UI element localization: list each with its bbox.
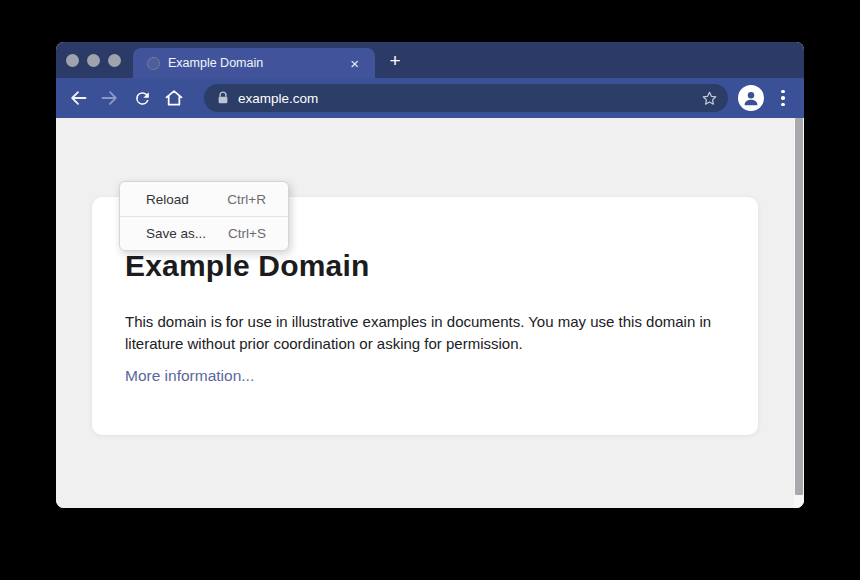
menu-item-label: Reload: [146, 192, 189, 207]
bookmark-star-icon[interactable]: [698, 87, 720, 109]
home-icon[interactable]: [162, 86, 186, 110]
scrollbar-thumb[interactable]: [795, 118, 803, 495]
menu-item-shortcut: Ctrl+S: [228, 226, 266, 241]
browser-window: Example Domain × + example.com: [56, 42, 804, 508]
window-close-button[interactable]: [66, 54, 79, 67]
reload-icon[interactable]: [130, 86, 154, 110]
window-minimize-button[interactable]: [87, 54, 100, 67]
url-text[interactable]: example.com: [238, 91, 698, 106]
menu-item-reload[interactable]: Reload Ctrl+R: [120, 182, 288, 216]
titlebar: Example Domain × +: [56, 42, 804, 78]
scrollbar-track[interactable]: [794, 118, 804, 508]
page-content: Example Domain This domain is for use in…: [56, 118, 804, 508]
profile-avatar[interactable]: [738, 85, 764, 111]
menu-item-save-as[interactable]: Save as... Ctrl+S: [120, 216, 288, 250]
page-paragraph: This domain is for use in illustrative e…: [125, 311, 729, 354]
window-controls: [66, 42, 121, 78]
context-menu: Reload Ctrl+R Save as... Ctrl+S: [119, 181, 289, 251]
lock-icon: [216, 91, 230, 105]
toolbar: example.com: [56, 78, 804, 118]
browser-tab[interactable]: Example Domain ×: [133, 48, 375, 78]
browser-menu-icon[interactable]: [774, 86, 792, 110]
tab-title: Example Domain: [168, 56, 346, 70]
forward-icon[interactable]: [98, 86, 122, 110]
page-heading: Example Domain: [125, 249, 370, 283]
address-bar[interactable]: example.com: [204, 84, 728, 112]
tab-close-icon[interactable]: ×: [346, 54, 363, 73]
window-zoom-button[interactable]: [108, 54, 121, 67]
more-information-link[interactable]: More information...: [125, 367, 254, 385]
menu-item-label: Save as...: [146, 226, 206, 241]
menu-item-shortcut: Ctrl+R: [227, 192, 266, 207]
new-tab-button[interactable]: +: [381, 48, 409, 74]
tab-favicon-icon: [147, 57, 160, 70]
back-icon[interactable]: [66, 86, 90, 110]
